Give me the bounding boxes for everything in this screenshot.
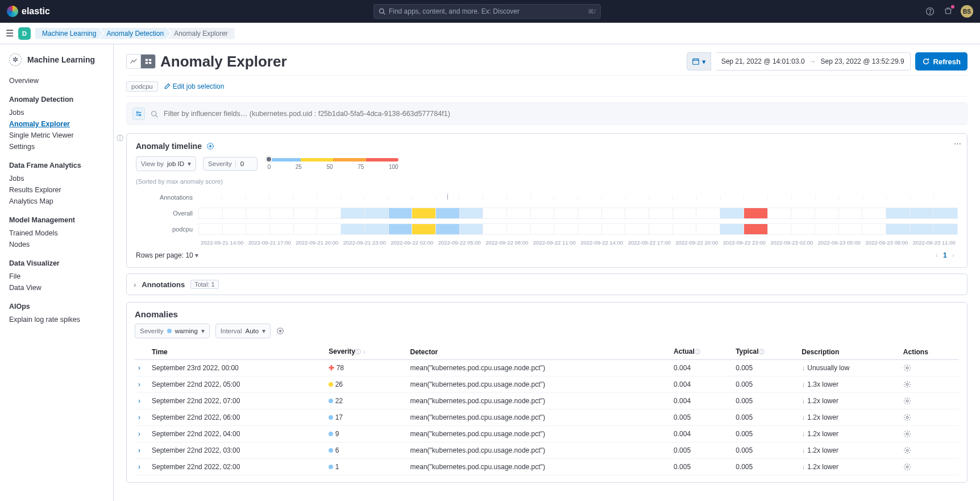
view-by-select[interactable]: View by job ID ▾ bbox=[136, 156, 196, 171]
view-explorer-icon[interactable] bbox=[141, 54, 156, 69]
sidebar-item[interactable]: Data View bbox=[9, 282, 104, 293]
sidebar-title: ✲ Machine Learning bbox=[9, 53, 104, 66]
sidebar-item[interactable]: Jobs bbox=[9, 173, 104, 184]
severity-slider[interactable]: 0255075100 bbox=[268, 158, 398, 170]
help-icon[interactable] bbox=[924, 6, 936, 17]
sidebar-item[interactable]: Jobs bbox=[9, 107, 104, 118]
svg-point-0 bbox=[379, 9, 384, 14]
filter-options-icon[interactable] bbox=[132, 107, 145, 120]
col-severity[interactable]: Severityⓘ ↓ bbox=[325, 344, 406, 360]
add-to-dashboard-icon[interactable] bbox=[206, 142, 214, 150]
cell-detector: mean("kubernetes.pod.cpu.usage.node.pct"… bbox=[407, 426, 671, 442]
date-range[interactable]: Sep 21, 2022 @ 14:01:03.0 → Sep 23, 2022… bbox=[716, 52, 911, 71]
table-row: ›September 22nd 2022, 05:00 26mean("kube… bbox=[135, 376, 959, 393]
row-actions-icon[interactable] bbox=[903, 413, 956, 421]
cell-typical: 0.005 bbox=[732, 409, 798, 426]
sidebar-heading: Model Management bbox=[9, 216, 104, 224]
refresh-label: Refresh bbox=[933, 57, 961, 66]
row-actions-icon[interactable] bbox=[903, 446, 956, 454]
col-description[interactable]: Description bbox=[798, 344, 900, 360]
newsfeed-icon[interactable] bbox=[942, 6, 954, 17]
col-actions: Actions bbox=[900, 344, 959, 360]
cell-typical: 0.005 bbox=[732, 426, 798, 442]
swimlane-label-overall: Overall bbox=[136, 210, 198, 217]
sidebar-item[interactable]: Results Explorer bbox=[9, 184, 104, 196]
sidebar-overview[interactable]: Overview bbox=[9, 75, 104, 86]
expand-row-icon[interactable]: › bbox=[138, 397, 140, 405]
job-pill[interactable]: podcpu bbox=[126, 81, 158, 92]
swimlane-annotations[interactable] bbox=[198, 195, 958, 200]
user-avatar[interactable]: BS bbox=[961, 5, 973, 18]
panel-menu-icon[interactable]: ⋯ bbox=[954, 139, 961, 148]
col-actual[interactable]: Actualⓘ bbox=[670, 344, 732, 360]
sidebar-title-text: Machine Learning bbox=[27, 55, 95, 64]
row-actions-icon[interactable] bbox=[903, 364, 956, 372]
page-next[interactable]: › bbox=[952, 251, 954, 259]
view-toggle bbox=[126, 54, 156, 69]
swimlane: Annotations Overall podcpu 2022-09-21 14… bbox=[136, 191, 958, 246]
crumb-ml[interactable]: Machine Learning bbox=[35, 28, 103, 39]
sidebar-item[interactable]: Single Metric Viewer bbox=[9, 130, 104, 141]
title-row: Anomaly Explorer ▾ Sep 21, 2022 @ 14:01:… bbox=[126, 52, 967, 76]
sidebar-item[interactable]: Trained Models bbox=[9, 227, 104, 239]
cell-severity: 26 bbox=[325, 376, 406, 393]
svg-point-29 bbox=[906, 449, 908, 452]
anomalies-interval-select[interactable]: Interval Auto ▾ bbox=[215, 324, 271, 338]
notification-dot bbox=[951, 5, 954, 9]
sidebar-item[interactable]: Nodes bbox=[9, 239, 104, 250]
date-quick-button[interactable]: ▾ bbox=[687, 52, 711, 71]
edit-job-selection[interactable]: Edit job selection bbox=[164, 82, 225, 90]
cell-description: ↓1.2x lower bbox=[798, 442, 900, 459]
global-search[interactable]: Find apps, content, and more. Ex: Discov… bbox=[373, 4, 601, 19]
expand-row-icon[interactable]: › bbox=[138, 364, 140, 372]
sidebar-item[interactable]: Analytics Map bbox=[9, 196, 104, 207]
svg-point-12 bbox=[136, 111, 138, 113]
col-typical[interactable]: Typicalⓘ bbox=[732, 344, 798, 360]
add-to-dashboard-icon[interactable] bbox=[276, 327, 284, 335]
sidebar-item[interactable]: Settings bbox=[9, 141, 104, 152]
severity-input[interactable]: Severity 0 bbox=[203, 157, 258, 171]
svg-rect-7 bbox=[148, 62, 151, 64]
swimlane-podcpu[interactable] bbox=[198, 223, 958, 235]
swimlane-overall[interactable] bbox=[198, 208, 958, 219]
col-detector[interactable]: Detector bbox=[407, 344, 671, 360]
space-badge[interactable]: D bbox=[18, 27, 31, 40]
page-prev[interactable]: ‹ bbox=[936, 251, 938, 259]
expand-row-icon[interactable]: › bbox=[138, 413, 140, 421]
slider-thumb[interactable] bbox=[265, 156, 272, 163]
sidebar-item[interactable]: Explain log rate spikes bbox=[9, 314, 104, 325]
arrow-right-icon: → bbox=[809, 57, 816, 65]
search-icon bbox=[151, 110, 158, 118]
crumb-anomaly-detection[interactable]: Anomaly Detection bbox=[99, 28, 171, 39]
top-bar: elastic Find apps, content, and more. Ex… bbox=[0, 0, 980, 23]
cell-typical: 0.005 bbox=[732, 376, 798, 393]
filter-input[interactable] bbox=[164, 110, 961, 118]
view-single-metric-icon[interactable] bbox=[126, 54, 141, 69]
rows-per-page[interactable]: Rows per page: 10 ▾ bbox=[136, 251, 198, 259]
annotations-accordion[interactable]: › Annotations Total: 1 bbox=[126, 274, 967, 295]
cell-description: ↓1.2x lower bbox=[798, 409, 900, 426]
svg-point-14 bbox=[139, 114, 141, 116]
nav-toggle-icon[interactable]: ☰ bbox=[6, 28, 14, 39]
expand-row-icon[interactable]: › bbox=[138, 430, 140, 438]
sidebar-item[interactable]: Anomaly Explorer bbox=[9, 118, 104, 130]
page-current[interactable]: 1 bbox=[943, 251, 947, 259]
chevron-down-icon: ▾ bbox=[195, 251, 198, 259]
row-actions-icon[interactable] bbox=[903, 430, 956, 438]
row-actions-icon[interactable] bbox=[903, 463, 956, 471]
expand-row-icon[interactable]: › bbox=[138, 380, 140, 388]
sidebar-item[interactable]: File bbox=[9, 271, 104, 282]
refresh-button[interactable]: Refresh bbox=[915, 52, 967, 71]
info-icon[interactable]: ⓘ bbox=[117, 134, 123, 143]
job-row: podcpu Edit job selection bbox=[126, 76, 967, 97]
row-actions-icon[interactable] bbox=[903, 380, 956, 388]
cell-detector: mean("kubernetes.pod.cpu.usage.node.pct"… bbox=[407, 409, 671, 426]
svg-point-30 bbox=[906, 466, 908, 468]
anomalies-severity-select[interactable]: Severity warning ▾ bbox=[135, 324, 210, 338]
date-start: Sep 21, 2022 @ 14:01:03.0 bbox=[721, 57, 805, 65]
expand-row-icon[interactable]: › bbox=[138, 446, 140, 454]
brand-logo[interactable]: elastic bbox=[7, 6, 50, 17]
col-time[interactable]: Time bbox=[148, 344, 325, 360]
expand-row-icon[interactable]: › bbox=[138, 463, 140, 471]
row-actions-icon[interactable] bbox=[903, 397, 956, 405]
